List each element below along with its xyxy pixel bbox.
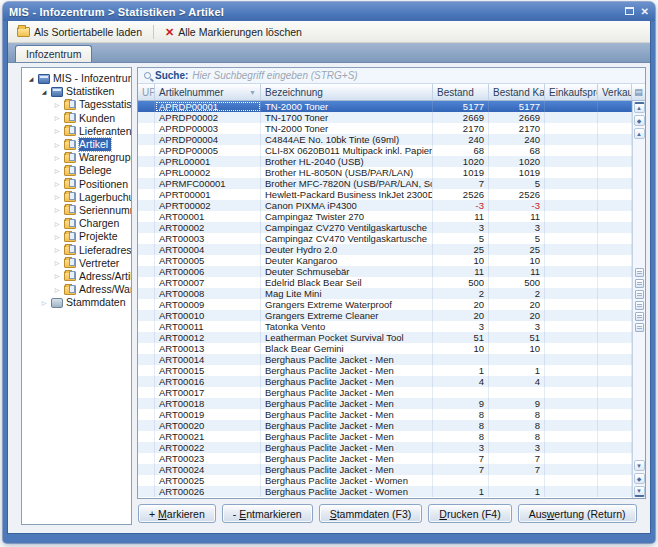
scroll-page-up-icon[interactable]: ◆ [634,115,645,126]
tree-item[interactable]: ▷ Seriennummern [22,204,131,217]
tree-expander-icon[interactable]: ◢ [27,75,35,83]
table-row[interactable]: ART00012 Leatherman Pocket Survival Tool… [138,332,632,343]
table-row[interactable]: ART00024 Berghaus Paclite Jacket - Men 7… [138,464,632,475]
tree-expander-icon[interactable]: ▷ [53,193,61,201]
table-row[interactable]: ART00007 Edelrid Black Bear Seil 500 500 [138,277,632,288]
tree-expander-icon[interactable]: ▷ [53,233,61,241]
table-row[interactable]: ART00023 Berghaus Paclite Jacket - Men 7… [138,453,632,464]
table-row[interactable]: APRDP00005 CLI-8X 0620B011 Multipack ink… [138,145,632,156]
tree-expander-icon[interactable]: ▷ [53,127,61,135]
footer-button-markieren[interactable]: + Markieren [138,504,216,523]
table-row[interactable]: APRDP00001 TN-2000 Toner 5177 5177 [138,101,632,112]
table-row[interactable]: ART00006 Deuter Schmusebär 11 11 [138,266,632,277]
tree-expander-icon[interactable]: ▷ [53,206,61,214]
tree-item[interactable]: ▷ Belege [22,164,131,177]
tree-expander-icon[interactable]: ▷ [53,246,61,254]
table-row[interactable]: ART00014 Berghaus Paclite Jacket - Men [138,354,632,365]
table-row[interactable]: APRDP00004 C4844AE No. 10bk Tinte (69ml)… [138,134,632,145]
column-header-bestand-kalk[interactable]: Bestand Kalk.. [489,84,545,100]
search-input[interactable] [192,70,641,81]
tree-item[interactable]: ◢ MIS - Infozentrum [22,72,131,85]
tree-expander-icon[interactable]: ◢ [40,88,48,96]
table-row[interactable]: ART00025 Berghaus Paclite Jacket - Women [138,475,632,486]
tree-item[interactable]: ▷ Warengruppen [22,151,131,164]
column-header-up[interactable]: UP [138,84,155,100]
grid-tool-icon-1[interactable] [635,268,644,277]
tree-expander-icon[interactable]: ▷ [53,141,61,149]
column-header-artikelnummer[interactable]: Artikelnummer ▼ [155,84,261,100]
table-row[interactable]: ART00021 Berghaus Paclite Jacket - Men 8… [138,431,632,442]
table-row[interactable]: ART00026 Berghaus Paclite Jacket - Women… [138,486,632,497]
column-chooser-icon[interactable]: ▤ [631,84,645,100]
tree-item[interactable]: ▷ Vertreter [22,257,131,270]
scroll-to-bottom-icon[interactable]: ▼ [634,486,645,497]
tree-item[interactable]: ▷ Lagerbuchungen [22,191,131,204]
tree-expander-icon[interactable]: ▷ [53,220,61,228]
table-row[interactable]: ART00003 Campingaz CV470 Ventilgaskartus… [138,233,632,244]
restore-window-icon[interactable] [625,6,634,18]
table-row[interactable]: ART00009 Grangers Extreme Waterproof 20 … [138,299,632,310]
column-header-einkaufspreis[interactable]: Einkaufspreis [545,84,598,100]
table-row[interactable]: APRT00002 Canon PIXMA iP4300 -3 -3 [138,200,632,211]
tree-item[interactable]: ▷ Artikel [22,138,131,151]
tree-item[interactable]: ▷ Stammdaten [22,296,131,309]
column-header-bezeichnung[interactable]: Bezeichnung [261,84,433,100]
scrollbar-track[interactable] [633,140,645,459]
grid-tool-icon-4[interactable] [635,301,644,310]
tree-expander-icon[interactable]: ▷ [53,167,61,175]
tree-item[interactable]: ▷ Adress/Artikel [22,270,131,283]
tree-expander-icon[interactable]: ▷ [53,180,61,188]
tree-expander-icon[interactable]: ▷ [53,101,61,109]
tree-item[interactable]: ▷ Positionen [22,178,131,191]
table-row[interactable]: ART00018 Berghaus Paclite Jacket - Men 9… [138,398,632,409]
table-row[interactable]: ART00015 Berghaus Paclite Jacket - Men 1… [138,365,632,376]
scroll-up-icon[interactable]: ▲ [634,128,645,139]
tree-item[interactable]: ▷ Chargen [22,217,131,230]
tree-item[interactable]: ▷ Projekte [22,230,131,243]
table-row[interactable]: ART00005 Deuter Kangaroo 10 10 [138,255,632,266]
scroll-down-icon[interactable]: ▼ [634,460,645,471]
table-row[interactable]: ART00020 Berghaus Paclite Jacket - Men 8… [138,420,632,431]
tree-item[interactable]: ▷ Kunden [22,112,131,125]
table-row[interactable]: ART00010 Grangers Extreme Cleaner 20 20 [138,310,632,321]
grid-tool-icon-5[interactable] [635,312,644,321]
tree-expander-icon[interactable]: ▷ [53,154,61,162]
tree-expander-icon[interactable]: ▷ [53,114,61,122]
tree-item[interactable]: ▷ Lieferanten [22,125,131,138]
table-row[interactable]: APRDP00003 TN-2000 Toner 2170 2170 [138,123,632,134]
tree-item[interactable]: ◢ Statistiken [22,85,131,98]
tree-item[interactable]: ▷ Tagesstatistik [22,98,131,111]
grid-tool-icon-6[interactable] [635,323,644,332]
column-header-bestand[interactable]: Bestand [433,84,489,100]
tab-infozentrum[interactable]: Infozentrum [15,45,92,62]
footer-button-auswertung-return[interactable]: Auswertung (Return) [518,504,637,523]
tree-expander-icon[interactable]: ▷ [40,299,48,307]
table-row[interactable]: APRL00001 Brother HL-2040 (USB) 1020 102… [138,156,632,167]
footer-button-drucken-f4[interactable]: Drucken (F4) [428,504,511,523]
table-row[interactable]: ART00019 Berghaus Paclite Jacket - Men 8… [138,409,632,420]
footer-button-entmarkieren[interactable]: - Entmarkieren [222,504,313,523]
table-row[interactable]: ART00017 Berghaus Paclite Jacket - Men [138,387,632,398]
tree-expander-icon[interactable]: ▷ [53,259,61,267]
vertical-scrollbar[interactable]: ▲ ◆ ▲ ▼ ◆ [632,101,645,498]
table-row[interactable]: ART00004 Deuter Hydro 2.0 25 25 [138,244,632,255]
close-window-icon[interactable]: ✕ [641,6,649,18]
column-header-verkaufspreis[interactable]: Verkaufsprei [598,84,631,100]
table-row[interactable]: APRL00002 Brother HL-8050N (USB/PAR/LAN)… [138,167,632,178]
table-row[interactable]: ART00022 Berghaus Paclite Jacket - Men 3… [138,442,632,453]
grid-tool-icon-3[interactable] [635,290,644,299]
table-row[interactable]: APRMFC00001 Brother MFC-7820N (USB/PAR/L… [138,178,632,189]
search-bar[interactable]: Suche: [138,68,645,84]
scroll-page-down-icon[interactable]: ◆ [634,473,645,484]
scroll-to-top-icon[interactable]: ▲ [634,102,645,113]
table-row[interactable]: ART00011 Tatonka Vento 3 3 [138,321,632,332]
clear-marks-button[interactable]: ✕ Alle Markierungen löschen [160,24,307,40]
table-row[interactable]: APRDP00002 TN-1700 Toner 2669 2669 [138,112,632,123]
tree-expander-icon[interactable]: ▷ [53,272,61,280]
tree-item[interactable]: ▷ Lieferadressen [22,243,131,256]
tree-item[interactable]: ▷ Adress/Warengruppen [22,283,131,296]
table-row[interactable]: ART00013 Black Bear Gemini 10 10 [138,343,632,354]
table-row[interactable]: APRT00001 Hewlett-Packard Business InkJe… [138,189,632,200]
footer-button-stammdaten-f3[interactable]: Stammdaten (F3) [319,504,423,523]
table-row[interactable]: ART00008 Mag Lite Mini 2 2 [138,288,632,299]
